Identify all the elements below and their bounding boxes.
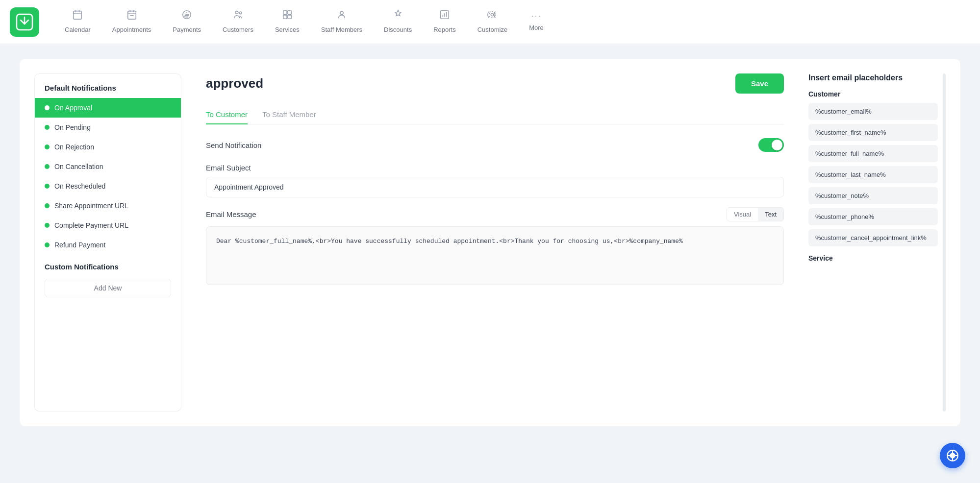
placeholder-customer-full-name[interactable]: %customer_full_name% — [808, 145, 938, 162]
dot-on-pending — [45, 125, 50, 130]
view-toggle-buttons: Visual Text — [727, 207, 784, 221]
service-section-title: Service — [808, 254, 938, 262]
custom-notifications-title: Custom Notifications — [35, 255, 181, 275]
help-icon — [946, 449, 959, 462]
email-message-group: Email Message Visual Text Dear %customer… — [206, 207, 784, 285]
save-button[interactable]: Save — [735, 73, 784, 94]
content-card: Default Notifications On Approval On Pen… — [20, 59, 960, 426]
email-subject-input[interactable] — [206, 177, 784, 197]
placeholder-customer-note[interactable]: %customer_note% — [808, 187, 938, 204]
dot-complete-payment-url — [45, 223, 50, 228]
dot-on-rescheduled — [45, 184, 50, 189]
panel-header: approved Save — [206, 73, 784, 94]
calendar-icon — [72, 9, 83, 23]
dot-share-appointment-url — [45, 203, 50, 208]
customize-icon — [487, 9, 498, 23]
tab-bar: To Customer To Staff Member — [206, 105, 784, 124]
main-panel: approved Save To Customer To Staff Membe… — [196, 73, 794, 411]
placeholder-customer-first-name[interactable]: %customer_first_name% — [808, 124, 938, 141]
sidebar: Default Notifications On Approval On Pen… — [34, 73, 181, 411]
sidebar-item-on-pending[interactable]: On Pending — [35, 118, 181, 137]
email-subject-label: Email Subject — [206, 164, 784, 172]
staff-icon — [336, 9, 347, 23]
nav-item-customize[interactable]: Customize — [467, 4, 518, 40]
logo-icon — [16, 13, 33, 31]
email-message-label: Email Message — [206, 210, 256, 218]
sidebar-item-refund-payment[interactable]: Refund Payment — [35, 235, 181, 255]
dot-refund-payment — [45, 242, 50, 247]
payments-icon — [181, 9, 192, 23]
placeholder-customer-last-name[interactable]: %customer_last_name% — [808, 166, 938, 183]
nav-item-reports[interactable]: Reports — [423, 4, 467, 40]
more-icon: ··· — [531, 11, 541, 21]
svg-rect-15 — [288, 10, 291, 14]
nav-item-customers[interactable]: Customers — [212, 4, 264, 40]
svg-point-26 — [951, 454, 955, 458]
app-logo[interactable] — [10, 7, 39, 37]
nav-items: Calendar Appointments Payments Customers… — [54, 4, 970, 40]
reports-icon — [439, 9, 450, 23]
svg-rect-6 — [127, 11, 136, 19]
main-content: Default Notifications On Approval On Pen… — [0, 44, 980, 441]
svg-rect-17 — [288, 15, 291, 18]
email-message-header: Email Message Visual Text — [206, 207, 784, 221]
panel-title: approved — [206, 76, 263, 91]
top-navigation: Calendar Appointments Payments Customers… — [0, 0, 980, 44]
dot-on-approval — [45, 105, 50, 110]
nav-item-more[interactable]: ··· More — [518, 6, 554, 38]
email-subject-group: Email Subject — [206, 164, 784, 197]
send-notification-label: Send Notification — [206, 141, 261, 149]
tab-to-customer[interactable]: To Customer — [206, 105, 248, 124]
svg-rect-16 — [283, 15, 287, 18]
svg-point-18 — [340, 11, 343, 14]
nav-item-appointments[interactable]: Appointments — [101, 4, 162, 40]
nav-item-calendar[interactable]: Calendar — [54, 4, 101, 40]
sidebar-item-on-approval[interactable]: On Approval — [35, 98, 181, 118]
placeholders-title: Insert email placeholders — [808, 73, 938, 82]
sidebar-item-on-rescheduled[interactable]: On Rescheduled — [35, 176, 181, 196]
nav-item-staff-members[interactable]: Staff Members — [310, 4, 373, 40]
sidebar-section-title: Default Notifications — [35, 84, 181, 98]
add-new-button[interactable]: Add New — [45, 279, 171, 297]
tab-to-staff-member[interactable]: To Staff Member — [262, 105, 316, 124]
services-icon — [282, 9, 293, 23]
dot-on-rejection — [45, 145, 50, 149]
nav-item-discounts[interactable]: Discounts — [373, 4, 423, 40]
svg-rect-2 — [74, 11, 82, 19]
customer-section-title: Customer — [808, 90, 938, 98]
nav-item-payments[interactable]: Payments — [162, 4, 212, 40]
svg-point-13 — [239, 12, 242, 14]
svg-point-11 — [183, 10, 191, 19]
sidebar-item-on-rejection[interactable]: On Rejection — [35, 137, 181, 157]
send-notification-row: Send Notification — [206, 138, 784, 152]
sidebar-item-on-cancellation[interactable]: On Cancellation — [35, 157, 181, 176]
visual-view-button[interactable]: Visual — [727, 208, 758, 221]
nav-item-services[interactable]: Services — [264, 4, 310, 40]
svg-point-12 — [235, 11, 238, 14]
email-body[interactable]: Dear %customer_full_name%,<br>You have s… — [206, 226, 784, 285]
placeholder-customer-email[interactable]: %customer_email% — [808, 103, 938, 120]
sidebar-item-complete-payment-url[interactable]: Complete Payment URL — [35, 216, 181, 235]
svg-point-23 — [491, 13, 494, 16]
appointments-icon — [126, 9, 137, 23]
placeholders-panel: Insert email placeholders Customer %cust… — [808, 73, 946, 411]
send-notification-toggle[interactable] — [758, 138, 784, 152]
customers-icon — [233, 9, 244, 23]
sidebar-item-share-appointment-url[interactable]: Share Appointment URL — [35, 196, 181, 216]
dot-on-cancellation — [45, 164, 50, 169]
placeholder-customer-cancel-link[interactable]: %customer_cancel_appointment_link% — [808, 229, 938, 246]
help-button[interactable] — [940, 443, 965, 468]
placeholder-customer-phone[interactable]: %customer_phone% — [808, 208, 938, 225]
svg-rect-14 — [283, 10, 287, 14]
text-view-button[interactable]: Text — [758, 208, 783, 221]
discounts-icon — [393, 9, 403, 23]
scrollbar-strip[interactable] — [943, 73, 946, 411]
